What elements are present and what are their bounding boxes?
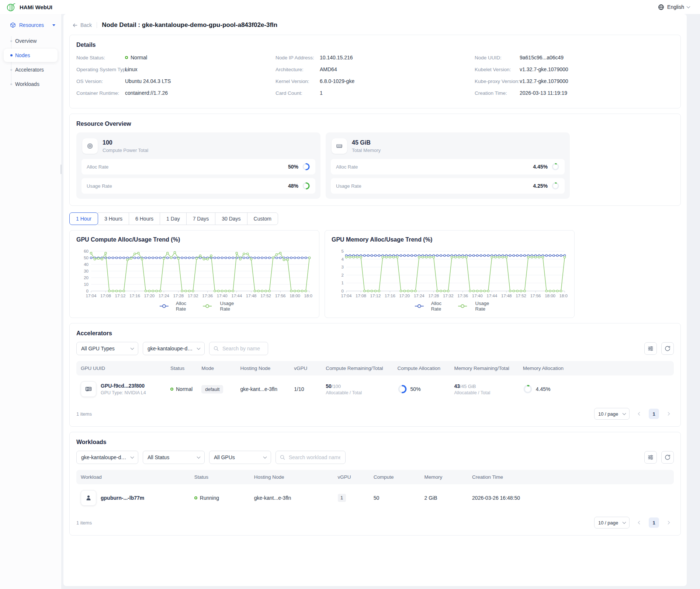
svg-text:17:48: 17:48 xyxy=(246,294,257,298)
name-search-input[interactable] xyxy=(222,345,264,352)
node-select[interactable]: gke-kantaloupe-de... xyxy=(143,342,205,355)
detail-label: Kube-proxy Version: xyxy=(475,79,520,84)
legend-item[interactable]: Usage Rate xyxy=(197,301,234,312)
chevron-down-icon xyxy=(197,346,201,350)
detail-field: Operating System Type:Linux xyxy=(76,66,276,73)
next-page-button[interactable] xyxy=(663,517,674,528)
stat-value: 100 xyxy=(103,139,148,146)
legend-item[interactable]: Usage Rate xyxy=(452,301,489,312)
table-row[interactable]: gpuburn-...-lb77m Running gke-kant...e-3… xyxy=(76,484,674,512)
tab-30-days[interactable]: 30 Days xyxy=(215,212,247,225)
detail-label: Container Runtime: xyxy=(76,90,125,96)
chart-title: GPU Memory Alloc/Usage Trend (%) xyxy=(332,236,568,243)
column-header: vGPU xyxy=(290,361,321,375)
legend-label: Alloc Rate xyxy=(176,301,188,312)
tab-3-hours[interactable]: 3 Hours xyxy=(98,212,129,225)
detail-value: v1.32.7-gke.1079000 xyxy=(520,78,568,84)
sidebar-item-label: Workloads xyxy=(15,81,39,87)
details-grid: Node Status:Normal Operating System Type… xyxy=(76,54,674,101)
detail-field: Container Runtime:containerd://1.7.26 xyxy=(76,90,276,96)
column-header: vGPU xyxy=(333,470,369,484)
page-1-button[interactable]: 1 xyxy=(649,409,659,419)
prev-page-button[interactable] xyxy=(634,409,644,419)
tab-1-day[interactable]: 1 Day xyxy=(160,212,187,225)
tab-7-days[interactable]: 7 Days xyxy=(186,212,216,225)
column-header: Compute Remaining/Total xyxy=(321,361,393,375)
svg-text:50: 50 xyxy=(84,256,89,260)
page-size-select[interactable]: 10 / page xyxy=(594,517,630,529)
tab-1-hour[interactable]: 1 Hour xyxy=(69,212,98,225)
legend-item[interactable]: Alloc Rate xyxy=(410,301,443,312)
status-text: Running xyxy=(200,495,219,501)
status-select[interactable]: All Status xyxy=(143,451,205,464)
app-title: HAMi WebUI xyxy=(20,4,52,10)
table-header-row: Workload Status Hosting Node vGPU Comput… xyxy=(76,470,674,484)
detail-value: containerd://1.7.26 xyxy=(125,90,168,96)
rate-row-alloc: Alloc Rate 50% xyxy=(82,159,315,174)
sidebar-item-workloads[interactable]: Workloads xyxy=(4,77,58,91)
svg-text:17:36: 17:36 xyxy=(202,294,213,298)
language-switcher[interactable]: English xyxy=(658,4,690,10)
memory-remaining-cell: 43/45 GiB Allocatable / Total xyxy=(450,375,518,403)
detail-label: Kernel Version: xyxy=(276,79,320,84)
gpu-type-select[interactable]: All GPU Types xyxy=(76,342,138,355)
column-settings-button[interactable] xyxy=(644,342,657,355)
gpu-uuid-cell[interactable]: GPU-f9cd...23f800 GPU Type: NVIDIA L4 xyxy=(76,375,166,403)
column-header: Memory Remaining/Total xyxy=(450,361,518,375)
svg-text:17:52: 17:52 xyxy=(260,294,271,298)
chevron-down-icon xyxy=(131,346,134,350)
column-settings-button[interactable] xyxy=(644,451,657,464)
table-footer: 1 items 10 / page 1 xyxy=(76,408,674,420)
table-row[interactable]: GPU-f9cd...23f800 GPU Type: NVIDIA L4 No… xyxy=(76,375,674,403)
column-header: Memory Allocation xyxy=(519,361,674,375)
page-1-button[interactable]: 1 xyxy=(649,517,659,528)
svg-text:5: 5 xyxy=(342,249,344,253)
back-button[interactable]: Back xyxy=(72,22,92,28)
item-dot-icon xyxy=(10,83,12,85)
detail-field: OS Version:Ubuntu 24.04.3 LTS xyxy=(76,78,276,84)
memory-trend-line-chart: 01234517:0417:0817:1217:1617:2017:2417:2… xyxy=(332,247,568,312)
sidebar-item-accelerators[interactable]: Accelerators xyxy=(4,63,58,76)
gpus-select[interactable]: All GPUs xyxy=(209,451,271,464)
next-page-button[interactable] xyxy=(663,409,674,419)
node-select[interactable]: gke-kantaloupe-de... xyxy=(76,451,138,464)
sidebar-group-resources[interactable]: Resources xyxy=(0,18,61,32)
workload-name-cell[interactable]: gpuburn-...-lb77m xyxy=(76,484,190,512)
svg-text:17:12: 17:12 xyxy=(370,294,381,298)
tab-custom[interactable]: Custom xyxy=(247,212,278,225)
search-icon xyxy=(280,455,285,460)
workloads-table: Workload Status Hosting Node vGPU Comput… xyxy=(76,470,674,512)
column-header: Creation Time xyxy=(468,470,674,484)
sidebar-item-overview[interactable]: Overview xyxy=(4,34,58,48)
sidebar-resize-handle[interactable] xyxy=(60,164,62,174)
page-size-select[interactable]: 10 / page xyxy=(594,408,630,420)
prev-page-button[interactable] xyxy=(634,517,644,528)
detail-value: Ubuntu 24.04.3 LTS xyxy=(125,78,171,84)
brand: HAMi WebUI xyxy=(6,2,52,12)
svg-text:17:16: 17:16 xyxy=(129,294,140,298)
legend-item[interactable]: Alloc Rate xyxy=(155,301,188,312)
sidebar-item-nodes[interactable]: Nodes xyxy=(4,49,58,62)
details-title: Details xyxy=(76,42,674,48)
svg-text:10: 10 xyxy=(84,282,89,287)
column-header: Compute xyxy=(369,470,420,484)
svg-text:17:32: 17:32 xyxy=(188,294,198,298)
svg-text:20: 20 xyxy=(84,276,89,280)
pagination: 10 / page 1 xyxy=(594,408,674,420)
svg-text:60: 60 xyxy=(84,249,89,253)
legend-label: Usage Rate xyxy=(475,301,489,312)
svg-text:18:00: 18:00 xyxy=(545,294,555,298)
detail-label: Architecture: xyxy=(276,67,320,72)
detail-field: Creation Time:2026-03-13 11:19:19 xyxy=(475,90,674,96)
refresh-button[interactable] xyxy=(661,451,674,464)
tab-6-hours[interactable]: 6 Hours xyxy=(129,212,160,225)
topbar: HAMi WebUI English xyxy=(0,0,700,14)
refresh-button[interactable] xyxy=(661,342,674,355)
svg-text:17:44: 17:44 xyxy=(486,294,497,298)
stat-value: 45 GiB xyxy=(352,139,381,146)
resource-overview-card: Resource Overview 100 xyxy=(69,114,681,206)
svg-text:17:08: 17:08 xyxy=(100,294,111,298)
workload-search-input[interactable] xyxy=(288,454,341,461)
accelerators-title: Accelerators xyxy=(76,330,674,337)
svg-text:17:40: 17:40 xyxy=(472,294,483,298)
